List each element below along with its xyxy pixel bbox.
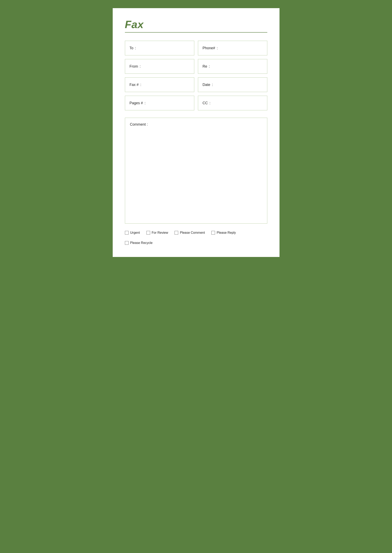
field-re: Re : [198, 59, 267, 74]
please-recycle-checkbox-box[interactable] [125, 241, 129, 245]
please-comment-checkbox-box[interactable] [175, 231, 178, 235]
field-fax: Fax # : [125, 77, 194, 92]
field-from: From : [125, 59, 194, 74]
fields-grid: To : Phone# : From : Re : Fax # : Date :… [125, 41, 267, 110]
field-to-colon: : [135, 46, 136, 50]
for-review-label: For Review [152, 231, 168, 235]
title-divider [125, 32, 267, 33]
for-review-checkbox-box[interactable] [147, 231, 150, 235]
field-from-colon: : [140, 64, 141, 69]
please-recycle-label: Please Recycle [130, 241, 153, 245]
field-phone-label: Phone# [203, 46, 215, 50]
field-cc-label: CC [203, 101, 208, 105]
field-date-label: Date [203, 83, 210, 87]
field-phone-colon: : [217, 46, 218, 50]
fax-page: Fax To : Phone# : From : Re : Fax # : Da… [113, 8, 280, 257]
field-fax-colon: : [140, 83, 141, 87]
field-re-colon: : [209, 64, 210, 69]
please-reply-checkbox-box[interactable] [211, 231, 215, 235]
checkbox-please-recycle[interactable]: Please Recycle [125, 241, 153, 245]
field-pages-colon: : [145, 101, 146, 105]
field-from-label: From [130, 64, 138, 69]
comment-box: Comment : [125, 118, 267, 223]
field-date: Date : [198, 77, 267, 92]
field-pages: Pages # : [125, 96, 194, 110]
field-cc-colon: : [210, 101, 210, 105]
checkboxes-row: Urgent For Review Please Comment Please … [125, 231, 267, 245]
field-fax-label: Fax # [130, 83, 139, 87]
field-re-label: Re [203, 64, 207, 69]
please-comment-label: Please Comment [180, 231, 205, 235]
field-pages-label: Pages # [130, 101, 143, 105]
please-reply-label: Please Reply [217, 231, 236, 235]
field-to-label: To [130, 46, 133, 50]
field-cc: CC : [198, 96, 267, 110]
field-to: To : [125, 41, 194, 55]
checkbox-please-reply[interactable]: Please Reply [211, 231, 236, 235]
page-title: Fax [125, 18, 267, 30]
urgent-label: Urgent [130, 231, 140, 235]
field-phone: Phone# : [198, 41, 267, 55]
checkbox-please-comment[interactable]: Please Comment [175, 231, 205, 235]
checkbox-for-review[interactable]: For Review [147, 231, 168, 235]
checkbox-urgent[interactable]: Urgent [125, 231, 140, 235]
comment-label: Comment : [130, 122, 148, 126]
urgent-checkbox-box[interactable] [125, 231, 129, 235]
field-date-colon: : [212, 83, 213, 87]
